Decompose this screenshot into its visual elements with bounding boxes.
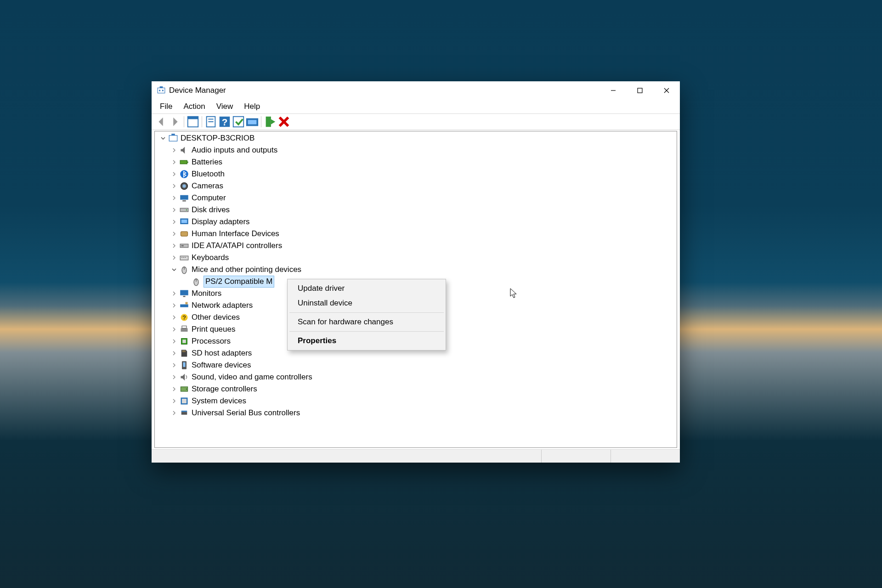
- tree-category[interactable]: Audio inputs and outputs: [157, 144, 675, 156]
- category-icon: [180, 373, 189, 382]
- statusbar-cell: [611, 450, 680, 463]
- category-icon: [180, 384, 189, 394]
- category-icon: [180, 158, 189, 167]
- tree-category[interactable]: Storage controllers: [157, 383, 675, 395]
- svg-rect-59: [183, 362, 186, 367]
- tree-category-label: Batteries: [192, 156, 222, 168]
- tree-category[interactable]: Computer: [157, 192, 675, 204]
- svg-rect-46: [183, 296, 186, 297]
- tree-category-label: Display adapters: [192, 216, 250, 228]
- minimize-button[interactable]: [600, 81, 627, 100]
- tree-category[interactable]: Cameras: [157, 180, 675, 192]
- svg-rect-38: [181, 257, 183, 258]
- svg-rect-47: [180, 305, 188, 307]
- tree-root[interactable]: DESKTOP-B3CRIOB: [157, 132, 675, 144]
- svg-point-3: [162, 90, 164, 91]
- svg-rect-52: [182, 326, 187, 328]
- chevron-right-icon[interactable]: [170, 230, 178, 237]
- tree-category-label: IDE ATA/ATAPI controllers: [192, 240, 282, 252]
- chevron-right-icon[interactable]: [170, 194, 178, 202]
- tree-category-label: Bluetooth: [192, 168, 225, 180]
- context-menu-item[interactable]: Properties: [288, 334, 445, 348]
- toolbar-forward-button[interactable]: [168, 115, 182, 128]
- chevron-right-icon[interactable]: [170, 409, 178, 417]
- toolbar-uninstall-button[interactable]: [277, 115, 291, 128]
- tree-category[interactable]: Human Interface Devices: [157, 228, 675, 240]
- svg-rect-28: [180, 195, 188, 200]
- menu-help[interactable]: Help: [238, 101, 266, 113]
- chevron-right-icon[interactable]: [170, 206, 178, 214]
- svg-rect-48: [186, 302, 188, 305]
- maximize-button[interactable]: [627, 81, 653, 100]
- chevron-right-icon[interactable]: [170, 385, 178, 393]
- chevron-right-icon[interactable]: [170, 350, 178, 357]
- tree-category[interactable]: System devices: [157, 395, 675, 407]
- svg-rect-39: [183, 257, 185, 258]
- menu-action[interactable]: Action: [178, 101, 210, 113]
- menu-view[interactable]: View: [211, 101, 239, 113]
- chevron-right-icon[interactable]: [170, 147, 178, 154]
- svg-rect-22: [171, 134, 175, 136]
- category-icon: [180, 337, 189, 346]
- chevron-right-icon[interactable]: [170, 242, 178, 249]
- tree-category[interactable]: Mice and other pointing devices: [157, 264, 675, 276]
- chevron-right-icon[interactable]: [170, 314, 178, 321]
- category-icon: [180, 217, 189, 226]
- tree-category-label: Processors: [192, 335, 231, 347]
- context-menu-item[interactable]: Uninstall device: [288, 296, 445, 311]
- tree-category-label: Sound, video and game controllers: [192, 371, 312, 383]
- tree-category[interactable]: Sound, video and game controllers: [157, 371, 675, 383]
- toolbar-update-button[interactable]: [232, 115, 245, 128]
- tree-category-label: Mice and other pointing devices: [192, 264, 301, 276]
- tree-category-label: Monitors: [192, 288, 221, 300]
- context-menu-item[interactable]: Scan for hardware changes: [288, 315, 445, 329]
- tree-category[interactable]: Universal Serial Bus controllers: [157, 407, 675, 419]
- chevron-right-icon[interactable]: [170, 302, 178, 309]
- chevron-right-icon[interactable]: [170, 397, 178, 405]
- tree-root-label: DESKTOP-B3CRIOB: [181, 132, 254, 144]
- tree-category[interactable]: Batteries: [157, 156, 675, 168]
- close-button[interactable]: [653, 81, 680, 100]
- toolbar-help-button[interactable]: ?: [218, 115, 232, 128]
- titlebar[interactable]: Device Manager: [152, 81, 680, 100]
- chevron-right-icon[interactable]: [170, 218, 178, 226]
- toolbar-enable-button[interactable]: [263, 115, 277, 128]
- tree-category[interactable]: Keyboards: [157, 252, 675, 264]
- svg-rect-45: [180, 290, 188, 295]
- tree-category[interactable]: Software devices: [157, 359, 675, 371]
- toolbar-properties-button[interactable]: [204, 115, 218, 128]
- chevron-down-icon[interactable]: [170, 266, 178, 273]
- svg-rect-57: [185, 351, 185, 352]
- tree-category[interactable]: Display adapters: [157, 216, 675, 228]
- tree-category[interactable]: Disk drives: [157, 204, 675, 216]
- tree-category[interactable]: IDE ATA/ATAPI controllers: [157, 240, 675, 252]
- svg-text:?: ?: [222, 117, 228, 127]
- toolbar-back-button[interactable]: [154, 115, 168, 128]
- svg-rect-9: [188, 117, 198, 119]
- toolbar-scan-button[interactable]: [245, 115, 259, 128]
- chevron-right-icon[interactable]: [170, 290, 178, 297]
- tree-category[interactable]: Bluetooth: [157, 168, 675, 180]
- chevron-down-icon[interactable]: [159, 135, 167, 142]
- menu-separator: [289, 331, 444, 332]
- svg-rect-5: [638, 88, 642, 93]
- chevron-right-icon[interactable]: [170, 326, 178, 333]
- chevron-right-icon[interactable]: [170, 182, 178, 190]
- cursor-icon: [510, 288, 518, 299]
- chevron-right-icon[interactable]: [170, 373, 178, 381]
- tree-category-label: Software devices: [192, 359, 251, 371]
- chevron-right-icon[interactable]: [170, 362, 178, 369]
- chevron-right-icon[interactable]: [170, 338, 178, 345]
- svg-rect-64: [181, 412, 187, 415]
- chevron-right-icon[interactable]: [170, 254, 178, 261]
- context-menu-item[interactable]: Update driver: [288, 281, 445, 296]
- chevron-right-icon[interactable]: [170, 170, 178, 178]
- svg-rect-18: [266, 117, 271, 127]
- category-icon: [180, 253, 189, 262]
- chevron-right-icon[interactable]: [170, 158, 178, 166]
- tree-category-label: Computer: [192, 192, 226, 204]
- menu-file[interactable]: File: [154, 101, 178, 113]
- context-menu: Update driverUninstall deviceScan for ha…: [287, 279, 446, 351]
- tree-category-label: Audio inputs and outputs: [192, 144, 277, 156]
- toolbar-show-hidden-button[interactable]: [186, 115, 200, 128]
